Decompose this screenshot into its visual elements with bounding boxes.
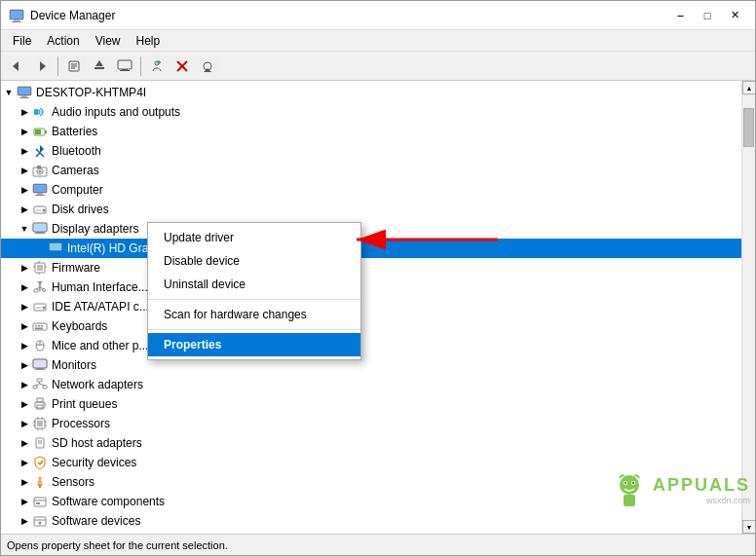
tree-item-soundvideo[interactable]: ▶ Sound, video and game controllers <box>1 531 741 534</box>
menu-help[interactable]: Help <box>129 32 169 50</box>
battery-icon <box>32 124 48 139</box>
printqueues-expander[interactable]: ▶ <box>17 396 32 412</box>
minimize-button[interactable]: ‒ <box>667 6 693 25</box>
svg-marker-4 <box>13 61 19 71</box>
arrow-annotation <box>347 225 503 257</box>
tree-item-computer[interactable]: ▶ Computer <box>1 180 741 200</box>
svg-rect-70 <box>34 360 46 367</box>
bluetooth-expander[interactable]: ▶ <box>17 143 32 159</box>
display-expander[interactable]: ▼ <box>17 221 32 237</box>
computer-expander[interactable]: ▶ <box>17 182 32 198</box>
menu-bar: File Action View Help <box>1 30 755 52</box>
tree-item-mice[interactable]: ▶ Mice and other p... <box>1 336 741 355</box>
svg-rect-64 <box>38 325 40 327</box>
tree-item-keyboards[interactable]: ▶ Keyboards <box>1 316 741 336</box>
root-expander[interactable]: ▼ <box>1 85 17 100</box>
keyboards-expander[interactable]: ▶ <box>17 318 32 334</box>
tree-item-audio[interactable]: ▶ Audio inputs and outputs <box>1 102 741 122</box>
sdhost-expander[interactable]: ▶ <box>17 435 32 451</box>
maximize-button[interactable]: □ <box>695 6 720 25</box>
bluetooth-icon <box>32 143 48 159</box>
svg-rect-72 <box>35 369 45 370</box>
batteries-expander[interactable]: ▶ <box>17 124 32 139</box>
svg-rect-121 <box>624 495 635 506</box>
tree-item-diskdrives[interactable]: ▶ Disk drives <box>1 200 741 219</box>
svg-line-78 <box>40 384 46 386</box>
properties-toolbar-button[interactable] <box>62 55 86 78</box>
svg-rect-55 <box>34 289 38 292</box>
computer-label: Computer <box>50 183 103 197</box>
softwaredevices-expander[interactable]: ▶ <box>17 513 32 529</box>
main-area: ▼ DESKTOP-KHTMP4I ▶ <box>1 81 755 534</box>
scroll-thumb[interactable] <box>743 108 754 147</box>
remove-toolbar-button[interactable] <box>170 55 194 78</box>
svg-rect-80 <box>37 398 43 402</box>
printer-icon <box>32 396 48 412</box>
softwarecomponents-icon <box>32 494 48 509</box>
firmware-expander[interactable]: ▶ <box>17 260 32 276</box>
forward-button[interactable] <box>30 55 54 78</box>
tree-item-security[interactable]: ▶ Security devices <box>1 453 741 472</box>
menu-action[interactable]: Action <box>39 32 87 50</box>
scrollbar[interactable]: ▲ ▼ <box>741 81 755 534</box>
tree-item-monitors[interactable]: ▶ Monitors <box>1 355 741 375</box>
monitors-expander[interactable]: ▶ <box>17 357 32 373</box>
ctx-properties[interactable]: Properties <box>148 333 360 356</box>
menu-file[interactable]: File <box>5 32 39 50</box>
tree-item-cameras[interactable]: ▶ Cameras <box>1 161 741 180</box>
cameras-label: Cameras <box>50 164 99 177</box>
ctx-disable-device[interactable]: Disable device <box>148 249 360 273</box>
svg-rect-23 <box>19 88 30 94</box>
sensors-expander[interactable]: ▶ <box>17 474 32 490</box>
security-expander[interactable]: ▶ <box>17 455 32 470</box>
processors-expander[interactable]: ▶ <box>17 416 32 431</box>
printqueues-label: Print queues <box>50 397 117 411</box>
tree-item-batteries[interactable]: ▶ Batteries <box>1 122 741 141</box>
svg-rect-46 <box>50 243 61 250</box>
action-toolbar-button[interactable] <box>145 55 169 78</box>
network-expander[interactable]: ▶ <box>17 377 32 392</box>
tree-item-ideata[interactable]: ▶ IDE ATA/ATAPI c... <box>1 297 741 316</box>
hdd-icon <box>32 202 48 217</box>
ctx-update-driver[interactable]: Update driver <box>148 226 360 249</box>
display-toolbar-button[interactable] <box>113 55 136 78</box>
tree-item-processors[interactable]: ▶ Processors <box>1 414 741 433</box>
network-icon <box>32 377 48 392</box>
svg-rect-75 <box>43 386 47 389</box>
scroll-up-button[interactable]: ▲ <box>742 81 755 94</box>
tree-root[interactable]: ▼ DESKTOP-KHTMP4I <box>1 83 741 102</box>
svg-rect-14 <box>120 70 130 71</box>
diskdrives-expander[interactable]: ▶ <box>17 202 32 217</box>
tree-item-firmware[interactable]: ▶ Firmware <box>1 258 741 278</box>
tree-item-humaninterface[interactable]: ▶ Human Interface... <box>1 278 741 297</box>
processors-label: Processors <box>50 417 110 430</box>
tree-item-sdhost[interactable]: ▶ SD host adapters <box>1 433 741 453</box>
ideata-expander[interactable]: ▶ <box>17 299 32 315</box>
update-driver-toolbar-button[interactable] <box>88 55 111 78</box>
svg-rect-101 <box>34 498 46 506</box>
security-icon <box>32 455 48 470</box>
audio-expander[interactable]: ▶ <box>17 104 32 120</box>
menu-view[interactable]: View <box>88 32 129 50</box>
ctx-uninstall-device[interactable]: Uninstall device <box>148 273 360 296</box>
humaninterface-expander[interactable]: ▶ <box>17 279 32 295</box>
back-button[interactable] <box>5 55 28 78</box>
mice-expander[interactable]: ▶ <box>17 338 32 353</box>
tree-item-softwaredevices[interactable]: ▶ Software devices <box>1 511 741 531</box>
device-manager-window: Device Manager ‒ □ ✕ File Action View He… <box>0 0 756 556</box>
cameras-expander[interactable]: ▶ <box>17 163 32 178</box>
firmware-icon <box>32 260 48 276</box>
intel-icon <box>48 241 63 256</box>
tree-item-bluetooth[interactable]: ▶ Bluetooth <box>1 141 741 161</box>
scroll-down-button[interactable]: ▼ <box>742 520 755 534</box>
softwarecomponents-expander[interactable]: ▶ <box>17 494 32 509</box>
tree-item-network[interactable]: ▶ Network adapters <box>1 375 741 394</box>
soundvideo-expander[interactable]: ▶ <box>17 533 32 534</box>
status-text: Opens property sheet for the current sel… <box>7 539 228 551</box>
tree-panel[interactable]: ▼ DESKTOP-KHTMP4I ▶ <box>1 81 741 534</box>
scan-toolbar-button[interactable] <box>196 55 219 78</box>
ctx-scan-changes[interactable]: Scan for hardware changes <box>148 303 360 326</box>
close-button[interactable]: ✕ <box>722 6 747 25</box>
svg-rect-24 <box>21 95 27 97</box>
tree-item-printqueues[interactable]: ▶ Print queues <box>1 394 741 414</box>
